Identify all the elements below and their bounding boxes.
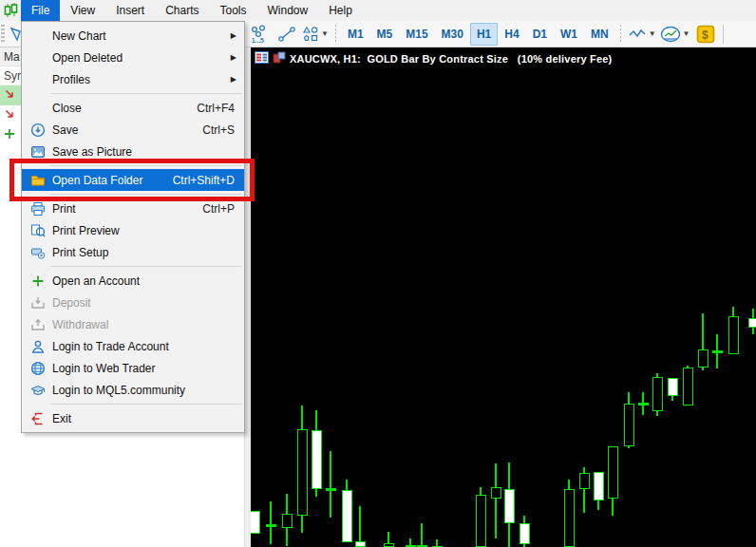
shapes-icon[interactable]: ▼	[302, 23, 329, 46]
candle-body	[683, 368, 693, 406]
candle-body	[712, 350, 723, 353]
menu-item-label: Print	[48, 202, 202, 216]
trend-down-arrow-icon	[4, 108, 15, 123]
chart-mode-icon[interactable]	[273, 50, 286, 67]
candle-wick	[270, 501, 272, 544]
toolbar-grip[interactable]	[1, 25, 5, 44]
menu-item-login-to-trade-account[interactable]: Login to Trade Account	[22, 335, 244, 357]
dropdown-caret-icon[interactable]: ▼	[683, 29, 690, 38]
submenu-arrow-icon: ▶	[231, 31, 236, 40]
menu-item-close[interactable]: CloseCtrl+F4	[22, 97, 244, 119]
candle-body	[728, 316, 739, 354]
menu-item-label: Login to Trade Account	[48, 340, 236, 353]
candle-body	[652, 377, 663, 411]
candle-body	[384, 543, 394, 547]
menu-item-login-to-web-trader[interactable]: Login to Web Trader	[22, 357, 244, 379]
timeframe-m1[interactable]: M1	[341, 23, 370, 46]
menu-file[interactable]: File	[21, 0, 60, 21]
menu-charts[interactable]: Charts	[155, 0, 209, 21]
dropdown-caret-icon[interactable]: ▼	[321, 29, 329, 38]
menu-item-save[interactable]: SaveCtrl+S	[22, 119, 244, 141]
candle-body	[579, 473, 590, 489]
menu-item-label: Withdrawal	[48, 318, 236, 331]
candle-body	[251, 511, 260, 534]
candle-body	[297, 429, 308, 516]
candle-wick	[495, 463, 497, 538]
globe-icon	[28, 361, 48, 376]
menu-item-open-an-account[interactable]: Open an Account	[22, 270, 244, 292]
app-logo-icon	[0, 0, 21, 21]
timeframe-w1[interactable]: W1	[554, 23, 584, 46]
deposit-icon	[28, 295, 48, 311]
timeframe-mn[interactable]: MN	[584, 23, 615, 46]
menu-item-withdrawal: Withdrawal	[22, 313, 244, 335]
menu-item-exit[interactable]: Exit	[22, 407, 244, 429]
menu-item-label: Open an Account	[48, 274, 236, 288]
menu-item-shortcut: Ctrl+S	[202, 123, 236, 137]
menu-item-label: Open Data Folder	[48, 174, 173, 187]
chart-title: XAUCWX, H1: GOLD Bar By Contract Size (1…	[290, 53, 612, 65]
timeframe-m5[interactable]: M5	[370, 23, 400, 46]
menubar: FileViewInsertChartsToolsWindowHelp	[0, 0, 756, 21]
menu-separator	[50, 266, 242, 267]
candlestick-chart[interactable]	[251, 47, 756, 547]
candle-body	[282, 514, 293, 528]
graduation-cap-icon	[28, 383, 48, 398]
file-menu-dropdown: New Chart▶Open Deleted▶Profiles▶CloseCtr…	[21, 21, 245, 433]
chart-window: XAUCWX, H1: GOLD Bar By Contract Size (1…	[249, 47, 756, 547]
menu-item-new-chart[interactable]: New Chart▶	[22, 25, 244, 47]
menu-help[interactable]: Help	[318, 0, 363, 21]
candle-body	[748, 318, 756, 328]
candle-body	[624, 404, 634, 446]
withdrawal-icon	[28, 317, 48, 332]
dollar-icon[interactable]: $	[694, 23, 717, 46]
candle-body	[476, 495, 486, 547]
chart-titlebar: XAUCWX, H1: GOLD Bar By Contract Size (1…	[251, 49, 612, 68]
timeframe-m15[interactable]: M15	[399, 23, 434, 46]
menu-item-print-preview[interactable]: Print Preview	[22, 219, 244, 241]
menu-insert[interactable]: Insert	[105, 0, 155, 21]
candle-body	[698, 349, 709, 368]
menu-item-save-as-picture[interactable]: Save as Picture	[22, 141, 244, 162]
menu-item-print-setup[interactable]: Print Setup	[22, 241, 244, 263]
depth-of-market-icon[interactable]	[255, 50, 269, 67]
candle-body	[491, 487, 501, 499]
timeframe-m30[interactable]: M30	[435, 23, 470, 46]
picture-icon	[28, 144, 48, 160]
menu-window[interactable]: Window	[257, 0, 319, 21]
candle-wick	[421, 523, 423, 547]
menu-item-label: Login to MQL5.community	[48, 384, 236, 397]
printer-icon	[28, 201, 48, 217]
candle-body	[668, 378, 678, 396]
trend-down-arrow-icon	[4, 88, 15, 103]
menu-separator	[50, 165, 242, 166]
chart-type-icon[interactable]: ▼	[628, 23, 656, 46]
candle-body	[504, 489, 515, 523]
menu-item-label: New Chart	[48, 29, 231, 43]
candle-body	[594, 472, 604, 500]
menu-item-label: Open Deleted	[48, 51, 231, 65]
menu-tools[interactable]: Tools	[210, 0, 257, 21]
menu-item-label: Save as Picture	[48, 145, 236, 159]
menu-item-print[interactable]: PrintCtrl+P	[22, 198, 244, 219]
menu-item-profiles[interactable]: Profiles▶	[22, 68, 244, 90]
candle-body	[266, 524, 276, 527]
menu-view[interactable]: View	[60, 0, 105, 21]
folder-icon	[28, 173, 48, 188]
menu-item-open-deleted[interactable]: Open Deleted▶	[22, 47, 244, 68]
add-symbol-plus-icon	[4, 128, 15, 142]
indicators-icon[interactable]: ▼	[660, 23, 690, 46]
terminal-window: FileViewInsertChartsToolsWindowHelp 1...…	[0, 0, 756, 547]
timeframe-d1[interactable]: D1	[526, 23, 554, 46]
menu-separator	[50, 93, 242, 94]
menu-item-open-data-folder[interactable]: Open Data FolderCtrl+Shift+D	[22, 169, 244, 191]
elliott-wave-icon[interactable]: 1...5	[249, 23, 272, 46]
menu-separator	[50, 404, 242, 405]
timeframe-h1[interactable]: H1	[470, 23, 498, 46]
dropdown-caret-icon[interactable]: ▼	[649, 29, 656, 38]
equidistant-channel-icon[interactable]	[275, 23, 298, 46]
candle-body	[520, 523, 530, 544]
submenu-arrow-icon: ▶	[231, 75, 236, 84]
menu-item-login-to-mql5-community[interactable]: Login to MQL5.community	[22, 379, 244, 401]
timeframe-h4[interactable]: H4	[498, 23, 525, 46]
